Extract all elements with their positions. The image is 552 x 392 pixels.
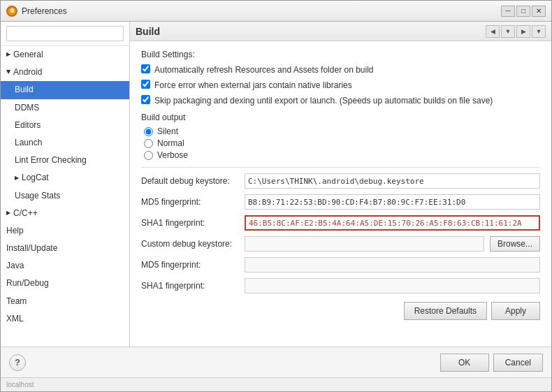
radio-normal-label: Normal bbox=[157, 138, 184, 148]
main-panel: Build ◀ ▼ ▶ ▼ Build Settings: Automatica… bbox=[130, 22, 551, 347]
expand-icon-cpp: ▶ bbox=[6, 209, 10, 218]
nav-arrows: ◀ ▼ ▶ ▼ bbox=[486, 25, 546, 38]
expand-icon-logcat: ▶ bbox=[15, 174, 19, 183]
checkbox-force-error[interactable] bbox=[141, 80, 150, 89]
sha1-fingerprint-row: SHA1 fingerprint: bbox=[141, 215, 540, 231]
sidebar-item-logcat[interactable]: ▶ LogCat bbox=[1, 169, 129, 187]
minimize-button[interactable]: ─ bbox=[501, 6, 515, 17]
radio-silent[interactable] bbox=[144, 127, 153, 136]
custom-md5-field[interactable] bbox=[245, 257, 540, 273]
bottom-bar: ? OK Cancel bbox=[1, 347, 551, 377]
sidebar-label-android: Android bbox=[13, 66, 42, 79]
default-debug-keystore-label: Default debug keystore: bbox=[141, 176, 239, 186]
sidebar-label-team: Team bbox=[6, 295, 27, 308]
default-debug-keystore-row: Default debug keystore: bbox=[141, 173, 540, 189]
title-bar-left: ⚙ Preferences bbox=[6, 6, 67, 17]
statusbar: localhost bbox=[1, 377, 551, 391]
sidebar-label-general: General bbox=[13, 48, 43, 61]
radio-normal-row: Normal bbox=[141, 138, 540, 148]
nav-forward-button[interactable]: ▶ bbox=[516, 25, 530, 38]
sidebar-label-run-debug: Run/Debug bbox=[6, 277, 49, 290]
nav-forward-dropdown-button[interactable]: ▼ bbox=[532, 25, 546, 38]
md5-fingerprint-row: MD5 fingerprint: bbox=[141, 194, 540, 210]
radio-silent-label: Silent bbox=[157, 126, 178, 136]
sidebar-item-ddms[interactable]: DDMS bbox=[1, 99, 129, 117]
expand-icon-android: ▶ bbox=[4, 71, 13, 75]
radio-verbose[interactable] bbox=[144, 151, 153, 160]
checkbox-skip-packaging-row: Skip packaging and dexing until export o… bbox=[141, 94, 540, 107]
panel-title: Build bbox=[136, 26, 160, 37]
sidebar-item-general[interactable]: ▶ General bbox=[1, 46, 129, 64]
custom-sha1-field[interactable] bbox=[245, 278, 540, 293]
sidebar-label-usage-stats: Usage Stats bbox=[15, 189, 60, 203]
sidebar-item-help[interactable]: Help bbox=[1, 222, 129, 240]
checkbox-auto-refresh[interactable] bbox=[141, 64, 150, 73]
sidebar-label-lint: Lint Error Checking bbox=[15, 154, 87, 167]
browse-button[interactable]: Browse... bbox=[490, 236, 540, 252]
close-button[interactable]: ✕ bbox=[532, 6, 546, 17]
sidebar-item-java[interactable]: Java bbox=[1, 257, 129, 275]
sidebar-label-install-update: Install/Update bbox=[6, 242, 57, 255]
custom-debug-keystore-label: Custom debug keystore: bbox=[141, 239, 239, 249]
sidebar-search-input[interactable] bbox=[6, 26, 124, 41]
nav-back-button[interactable]: ◀ bbox=[486, 25, 500, 38]
nav-dropdown-button[interactable]: ▼ bbox=[501, 25, 515, 38]
window-title: Preferences bbox=[22, 6, 67, 16]
default-debug-keystore-field[interactable] bbox=[245, 173, 540, 189]
sidebar-item-run-debug[interactable]: Run/Debug bbox=[1, 275, 129, 292]
custom-md5-row: MD5 fingerprint: bbox=[141, 257, 540, 273]
custom-debug-keystore-field[interactable] bbox=[245, 236, 484, 252]
custom-sha1-row: SHA1 fingerprint: bbox=[141, 278, 540, 293]
checkbox-skip-packaging[interactable] bbox=[141, 95, 150, 104]
sidebar-label-launch: Launch bbox=[15, 136, 42, 150]
sidebar-label-cpp: C/C++ bbox=[13, 207, 38, 220]
title-bar: ⚙ Preferences ─ □ ✕ bbox=[1, 1, 551, 22]
divider-1 bbox=[141, 167, 540, 168]
sidebar-item-cpp[interactable]: ▶ C/C++ bbox=[1, 205, 129, 222]
checkbox-force-error-row: Force error when external jars contain n… bbox=[141, 79, 540, 92]
sha1-fingerprint-label: SHA1 fingerprint: bbox=[141, 218, 239, 228]
content-area: ▶ General ▶ Android Build DDMS Editors L… bbox=[1, 22, 551, 347]
main-content: Build Settings: Automatically refresh Re… bbox=[130, 41, 551, 347]
sidebar-label-xml: XML bbox=[6, 312, 24, 326]
sha1-fingerprint-field[interactable] bbox=[245, 215, 540, 231]
restore-defaults-button[interactable]: Restore Defaults bbox=[404, 302, 487, 320]
sidebar-item-install-update[interactable]: Install/Update bbox=[1, 240, 129, 257]
sidebar-search-area bbox=[1, 22, 129, 46]
sidebar-item-xml[interactable]: XML bbox=[1, 310, 129, 328]
build-settings-label: Build Settings: bbox=[141, 50, 540, 59]
custom-debug-keystore-row: Custom debug keystore: Browse... bbox=[141, 236, 540, 252]
cancel-button[interactable]: Cancel bbox=[493, 354, 543, 372]
expand-icon-general: ▶ bbox=[6, 50, 10, 59]
footer-buttons: OK Cancel bbox=[440, 354, 543, 372]
checkbox-auto-refresh-label: Automatically refresh Resources and Asse… bbox=[154, 64, 374, 76]
radio-silent-row: Silent bbox=[141, 126, 540, 136]
sidebar: ▶ General ▶ Android Build DDMS Editors L… bbox=[1, 22, 130, 347]
checkbox-auto-refresh-row: Automatically refresh Resources and Asse… bbox=[141, 64, 540, 76]
sidebar-item-android[interactable]: ▶ Android bbox=[1, 64, 129, 81]
sidebar-item-team[interactable]: Team bbox=[1, 293, 129, 310]
sidebar-item-build[interactable]: Build bbox=[1, 81, 129, 99]
sidebar-item-usage-stats[interactable]: Usage Stats bbox=[1, 187, 129, 205]
checkbox-force-error-label: Force error when external jars contain n… bbox=[154, 79, 352, 92]
sidebar-label-editors: Editors bbox=[15, 119, 41, 132]
md5-fingerprint-label: MD5 fingerprint: bbox=[141, 197, 239, 207]
maximize-button[interactable]: □ bbox=[516, 6, 530, 17]
build-output-label: Build output bbox=[141, 112, 540, 122]
ok-button[interactable]: OK bbox=[440, 354, 489, 372]
md5-fingerprint-field[interactable] bbox=[245, 194, 540, 210]
sidebar-label-build: Build bbox=[15, 83, 34, 96]
radio-normal[interactable] bbox=[144, 139, 153, 148]
sidebar-item-launch[interactable]: Launch bbox=[1, 134, 129, 152]
checkbox-skip-packaging-label: Skip packaging and dexing until export o… bbox=[154, 94, 493, 107]
radio-verbose-row: Verbose bbox=[141, 150, 540, 160]
window-icon: ⚙ bbox=[6, 6, 17, 17]
sidebar-item-editors[interactable]: Editors bbox=[1, 117, 129, 134]
apply-button[interactable]: Apply bbox=[491, 302, 540, 320]
sidebar-item-lint[interactable]: Lint Error Checking bbox=[1, 152, 129, 169]
statusbar-text: localhost bbox=[6, 381, 34, 389]
radio-verbose-label: Verbose bbox=[157, 150, 188, 160]
custom-sha1-label: SHA1 fingerprint: bbox=[141, 281, 239, 291]
help-button[interactable]: ? bbox=[9, 354, 26, 371]
title-controls: ─ □ ✕ bbox=[501, 6, 546, 17]
